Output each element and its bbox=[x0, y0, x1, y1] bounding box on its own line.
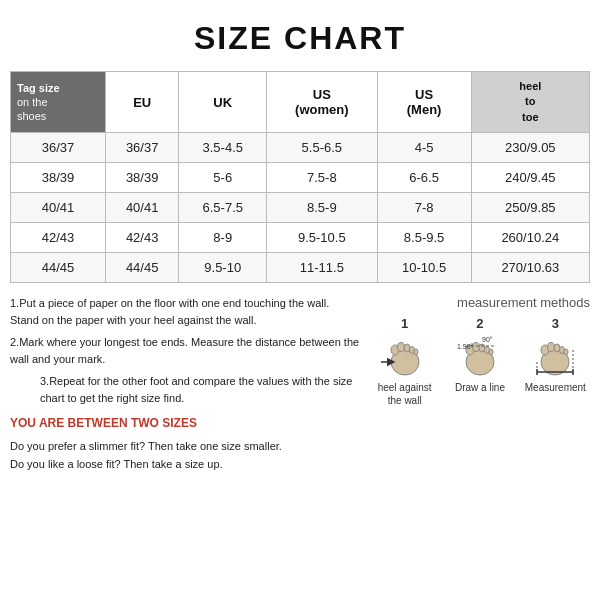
table-row: 38/3938/395-67.5-86-6.5240/9.45 bbox=[11, 163, 590, 193]
measurement-step-3: 3 Measurement bbox=[525, 316, 585, 394]
measurement-title: measurement methods bbox=[370, 295, 590, 310]
svg-point-5 bbox=[414, 349, 418, 355]
header-uk: UK bbox=[179, 72, 267, 133]
instruction-3: 3.Repeat for the other foot and compare … bbox=[10, 373, 360, 406]
svg-point-21 bbox=[564, 349, 568, 355]
fit-note-1: Do you prefer a slimmer fit? Then take o… bbox=[10, 438, 360, 456]
step-1-caption: heel against the wall bbox=[375, 381, 435, 407]
header-us-men: US (Men) bbox=[377, 72, 471, 133]
size-chart-table: Tag size on the shoes EU UK US (women) U… bbox=[10, 71, 590, 283]
table-row: 44/4544/459.5-1011-11.510-10.5270/10.63 bbox=[11, 253, 590, 283]
header-us-women: US (women) bbox=[267, 72, 378, 133]
table-row: 40/4140/416.5-7.58.5-97-8250/9.85 bbox=[11, 193, 590, 223]
measurement-section: measurement methods 1 bbox=[370, 295, 590, 473]
measurement-step-2: 2 1.90° 90° Draw a line bbox=[450, 316, 510, 394]
svg-point-12 bbox=[489, 349, 493, 355]
svg-point-18 bbox=[548, 343, 555, 352]
step-2-caption: Draw a line bbox=[455, 381, 505, 394]
svg-point-2 bbox=[397, 343, 404, 352]
header-tag-size: Tag size on the shoes bbox=[11, 72, 106, 133]
fit-notes: Do you prefer a slimmer fit? Then take o… bbox=[10, 438, 360, 473]
instructions-section: 1.Put a piece of paper on the floor with… bbox=[10, 295, 360, 473]
page-title: SIZE CHART bbox=[10, 20, 590, 57]
svg-point-9 bbox=[472, 343, 479, 352]
instruction-2: 2.Mark where your longest toe ends. Meas… bbox=[10, 334, 360, 367]
instruction-1: 1.Put a piece of paper on the floor with… bbox=[10, 295, 360, 328]
measurement-step-1: 1 heel again bbox=[375, 316, 435, 407]
foot-icon-1 bbox=[379, 334, 431, 378]
step-3-caption: Measurement bbox=[525, 381, 586, 394]
fit-note-2: Do you like a loose fit? Then take a siz… bbox=[10, 456, 360, 474]
foot-icon-3 bbox=[529, 334, 581, 378]
header-eu: EU bbox=[105, 72, 179, 133]
measurement-images: 1 heel again bbox=[370, 316, 590, 407]
header-heel: heel to toe bbox=[471, 72, 589, 133]
table-row: 42/4342/438-99.5-10.58.5-9.5260/10.24 bbox=[11, 223, 590, 253]
between-sizes-label: YOU ARE BETWEEN TWO SIZES bbox=[10, 414, 360, 432]
svg-text:90°: 90° bbox=[482, 336, 493, 343]
foot-icon-2: 1.90° 90° bbox=[454, 334, 506, 378]
table-row: 36/3736/373.5-4.55.5-6.54-5230/9.05 bbox=[11, 133, 590, 163]
bottom-section: 1.Put a piece of paper on the floor with… bbox=[10, 295, 590, 473]
